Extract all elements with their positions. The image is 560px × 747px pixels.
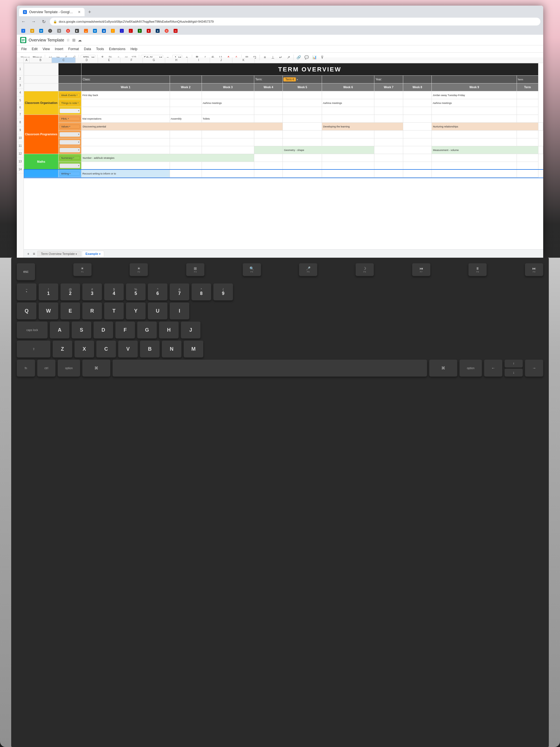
cell-f7[interactable] bbox=[254, 115, 283, 123]
cell-i10[interactable] bbox=[374, 138, 403, 146]
key-command-left[interactable]: ⌘ bbox=[82, 360, 110, 377]
cell-i5[interactable] bbox=[374, 99, 403, 107]
key-space[interactable] bbox=[112, 360, 427, 377]
key-u[interactable]: U bbox=[148, 303, 167, 319]
key-caps-lock[interactable]: caps lock bbox=[17, 321, 48, 338]
cell-c5[interactable] bbox=[81, 99, 170, 107]
menu-item-view[interactable]: View bbox=[40, 47, 52, 52]
sheet-tab-template[interactable]: Term Overview Template ▾ bbox=[37, 251, 81, 257]
key-r[interactable]: R bbox=[82, 303, 102, 319]
bookmark-item-4[interactable]: + bbox=[47, 28, 54, 33]
cell-h13[interactable] bbox=[322, 162, 374, 170]
cell-mat-expectations[interactable]: Mat expectations bbox=[81, 115, 170, 123]
cell-l12[interactable] bbox=[517, 154, 538, 162]
bookmark-item-8[interactable]: 🔥 bbox=[82, 28, 89, 33]
bookmark-item-18[interactable]: m bbox=[172, 28, 179, 33]
cell-i6[interactable] bbox=[374, 107, 403, 115]
cell-toilets[interactable]: Toilets bbox=[202, 115, 254, 123]
cell-d13[interactable] bbox=[170, 162, 202, 170]
cell-awhina-c3[interactable]: Awhina meetings bbox=[202, 99, 254, 107]
comment-button[interactable]: 💬 bbox=[303, 54, 310, 61]
menu-item-file[interactable]: File bbox=[19, 47, 29, 52]
cell-g7[interactable] bbox=[283, 115, 322, 123]
sheet-tab-template-arrow[interactable]: ▾ bbox=[76, 253, 77, 255]
key-fn[interactable]: fn bbox=[17, 360, 35, 377]
cell-l14[interactable] bbox=[517, 170, 538, 178]
new-tab-button[interactable]: + bbox=[86, 8, 94, 16]
cell-j4[interactable] bbox=[403, 91, 431, 99]
cell-number-add-sub[interactable]: Number - add/sub strategies bbox=[81, 154, 254, 162]
cell-g9[interactable] bbox=[283, 130, 322, 138]
key-f7[interactable]: ⏮ F7 bbox=[412, 263, 430, 276]
key-f6[interactable]: ☽ F6 bbox=[355, 263, 374, 276]
cell-j13[interactable] bbox=[403, 162, 431, 170]
cell-term-label[interactable]: Term: bbox=[254, 76, 283, 83]
address-bar[interactable]: 🔒 docs.google.com/spreadsheets/d/1s8yocb… bbox=[50, 18, 540, 25]
key-n[interactable]: N bbox=[162, 341, 182, 357]
col-header-a[interactable]: A bbox=[24, 57, 29, 63]
key-j[interactable]: J bbox=[181, 321, 201, 338]
key-e[interactable]: E bbox=[60, 303, 80, 319]
cell-f6[interactable] bbox=[254, 107, 283, 115]
refresh-button[interactable]: ↻ bbox=[40, 18, 48, 25]
bookmark-item-14[interactable]: 🍃 bbox=[136, 28, 143, 33]
menu-item-tools[interactable]: Tools bbox=[94, 47, 106, 52]
cell-values[interactable]: Values ▾ bbox=[58, 123, 81, 130]
col-header-f[interactable]: F bbox=[121, 57, 143, 63]
cell-l11[interactable] bbox=[538, 146, 543, 154]
cell-measurement[interactable]: Measurement - volume bbox=[432, 146, 538, 154]
values-arrow[interactable]: ▾ bbox=[69, 125, 70, 128]
col-header-j[interactable]: J bbox=[210, 57, 232, 63]
back-button[interactable]: ← bbox=[20, 18, 27, 25]
cell-d14[interactable] bbox=[170, 170, 202, 178]
bookmark-item-7[interactable]: ▶ bbox=[73, 28, 81, 33]
cell-assembly-r7[interactable]: Assembly bbox=[170, 115, 202, 123]
cell-k6[interactable] bbox=[432, 107, 517, 115]
cell-year-label[interactable]: Year: bbox=[374, 76, 403, 83]
key-9[interactable]: ( 9 bbox=[213, 283, 233, 300]
key-x[interactable]: X bbox=[75, 341, 94, 357]
key-f[interactable]: F bbox=[115, 321, 135, 338]
bookmark-item-12[interactable]: ♪ bbox=[118, 28, 126, 33]
key-shift-left[interactable]: ⇧ bbox=[17, 341, 50, 357]
bookmark-item-13[interactable]: ▷ bbox=[127, 28, 134, 33]
cell-c11[interactable] bbox=[81, 146, 170, 154]
cell-h4[interactable] bbox=[322, 91, 374, 99]
key-z[interactable]: Z bbox=[53, 341, 72, 357]
key-f3[interactable]: ⊞ F3 bbox=[186, 263, 205, 276]
cell-prog-sub-10[interactable]: ▾ bbox=[58, 138, 81, 146]
col-header-d[interactable]: D bbox=[76, 57, 98, 63]
bookmark-item-17[interactable]: G bbox=[163, 28, 170, 33]
key-v[interactable]: V bbox=[118, 341, 138, 357]
key-2[interactable]: @ 2 bbox=[60, 283, 80, 300]
things-to-note-dropdown[interactable]: Things to note ▾ bbox=[60, 101, 80, 105]
sheet-tab-example[interactable]: Example ▾ bbox=[82, 251, 104, 257]
menu-item-insert[interactable]: Insert bbox=[53, 47, 65, 52]
cell-f11[interactable] bbox=[254, 146, 283, 154]
cell-h14[interactable] bbox=[322, 170, 374, 178]
term-dropdown-arrow[interactable]: ▾ bbox=[297, 78, 298, 81]
cell-i4[interactable] bbox=[374, 91, 403, 99]
key-6[interactable]: ^ 6 bbox=[148, 283, 167, 300]
key-f5[interactable]: 🎤 F5 bbox=[299, 263, 317, 276]
cell-j12[interactable] bbox=[403, 154, 431, 162]
week-events-arrow[interactable]: ▾ bbox=[76, 94, 78, 96]
cell-d4[interactable] bbox=[170, 91, 202, 99]
menu-item-data[interactable]: Data bbox=[82, 47, 93, 52]
cell-week4-header[interactable]: Week 4 bbox=[254, 83, 283, 91]
cell-d9[interactable] bbox=[170, 130, 202, 138]
cell-classroom-org[interactable]: Classroom Organisation bbox=[24, 91, 58, 115]
folder-button[interactable]: ⊞ bbox=[72, 38, 76, 42]
cell-f14[interactable] bbox=[254, 170, 283, 178]
cell-a3[interactable] bbox=[24, 83, 58, 91]
key-arrow-right[interactable]: → bbox=[525, 360, 543, 377]
key-arrow-down[interactable]: ↓ bbox=[505, 368, 523, 377]
prog-sub-10-dropdown[interactable]: ▾ bbox=[60, 140, 80, 145]
cell-week5-header[interactable]: Week 5 bbox=[283, 83, 322, 91]
empty-subcategory-arrow[interactable]: ▾ bbox=[78, 109, 79, 112]
grid-container[interactable]: TERM OVERVIEW Class: Term: Term 4 bbox=[24, 63, 543, 258]
cell-g13[interactable] bbox=[283, 162, 322, 170]
cell-e9[interactable] bbox=[202, 130, 254, 138]
key-3[interactable]: # 3 bbox=[82, 283, 102, 300]
bookmark-item-6[interactable]: G bbox=[64, 28, 72, 33]
